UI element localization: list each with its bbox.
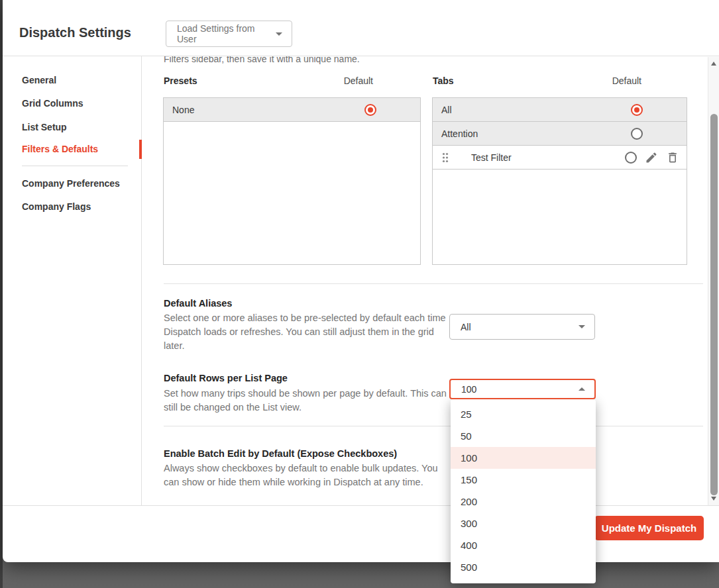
preset-default-radio-selected[interactable] xyxy=(364,104,376,116)
settings-sidebar: General Grid Columns List Setup Filters … xyxy=(3,56,142,505)
rows-per-page-dropdown-menu: 25 50 100 150 200 300 400 500 xyxy=(451,399,596,583)
sidebar-item-list-setup[interactable]: List Setup xyxy=(22,121,67,134)
page-title: Dispatch Settings xyxy=(19,25,131,40)
tab-default-radio-selected[interactable] xyxy=(631,104,643,116)
pencil-icon xyxy=(645,151,658,164)
trash-icon xyxy=(666,151,679,164)
dropdown-option-200[interactable]: 200 xyxy=(451,491,596,513)
default-rows-title: Default Rows per List Page xyxy=(164,373,288,383)
default-rows-description: Set how many trips should be shown per p… xyxy=(164,387,450,415)
dispatch-settings-screen: Dispatch Settings Load Settings from Use… xyxy=(0,0,719,588)
tab-name: Test Filter xyxy=(471,152,512,163)
batch-edit-title: Enable Batch Edit by Default (Expose Che… xyxy=(164,448,397,459)
default-aliases-description: Select one or more aliases to be pre-sel… xyxy=(164,311,447,353)
load-settings-label: Load Settings from User xyxy=(177,23,276,44)
presets-default-column-header: Default xyxy=(307,75,373,86)
tabs-default-column-header: Default xyxy=(575,75,641,86)
scroll-down-arrow-icon[interactable] xyxy=(711,497,716,501)
sidebar-item-company-preferences[interactable]: Company Preferences xyxy=(22,177,120,190)
scrollbar-thumb[interactable] xyxy=(710,114,718,495)
dropdown-option-500[interactable]: 500 xyxy=(451,556,596,578)
batch-edit-description: Always show checkboxes by default to ena… xyxy=(164,462,455,489)
default-aliases-select[interactable]: All xyxy=(449,314,595,340)
section-divider xyxy=(164,426,703,426)
update-my-dispatch-button[interactable]: Update My Dispatch xyxy=(594,516,704,540)
sidebar-divider xyxy=(22,166,128,166)
active-item-indicator xyxy=(139,140,142,159)
dropdown-option-150[interactable]: 150 xyxy=(451,469,596,491)
rows-per-page-select-open[interactable]: 100 xyxy=(449,379,596,399)
default-aliases-title: Default Aliases xyxy=(164,298,232,309)
content-scrollbar[interactable] xyxy=(708,57,719,505)
dropdown-option-400[interactable]: 400 xyxy=(451,534,596,556)
tabs-panel: All Attention Test Filter xyxy=(432,97,687,265)
dropdown-option-100-selected[interactable]: 100 xyxy=(451,447,596,469)
rows-selected-value: 100 xyxy=(461,384,579,395)
scroll-up-arrow-icon[interactable] xyxy=(711,62,716,66)
tab-row-all: All xyxy=(433,98,687,122)
tab-default-radio[interactable] xyxy=(631,128,643,140)
tabs-label: Tabs xyxy=(433,75,454,86)
edit-filter-button[interactable] xyxy=(645,151,658,164)
preset-name: None xyxy=(172,105,194,115)
tab-name: Attention xyxy=(441,128,478,139)
drag-handle-icon[interactable] xyxy=(442,152,449,163)
delete-filter-button[interactable] xyxy=(666,151,679,164)
dropdown-option-25[interactable]: 25 xyxy=(451,403,596,425)
preset-row-none: None xyxy=(164,98,420,122)
tab-default-radio[interactable] xyxy=(625,152,637,164)
sidebar-item-grid-columns[interactable]: Grid Columns xyxy=(22,97,83,110)
dropdown-option-50[interactable]: 50 xyxy=(451,425,596,447)
footer-divider xyxy=(3,505,719,506)
presets-panel: None xyxy=(163,97,421,265)
chevron-up-icon xyxy=(579,387,585,391)
aliases-selected-value: All xyxy=(461,322,579,332)
sidebar-item-filters-defaults[interactable]: Filters & Defaults xyxy=(22,142,98,156)
dropdown-option-300[interactable]: 300 xyxy=(451,513,596,534)
tab-name: All xyxy=(441,105,452,115)
sidebar-item-general[interactable]: General xyxy=(22,74,56,87)
section-divider xyxy=(164,283,703,284)
modal-header: Dispatch Settings Load Settings from Use… xyxy=(3,0,719,56)
tab-row-attention: Attention xyxy=(433,122,687,146)
tab-row-test-filter: Test Filter xyxy=(433,146,687,170)
presets-label: Presets xyxy=(164,75,197,86)
chevron-down-icon xyxy=(276,32,282,36)
load-settings-from-user-button[interactable]: Load Settings from User xyxy=(166,21,292,47)
sidebar-item-company-flags[interactable]: Company Flags xyxy=(22,200,91,213)
chevron-down-icon xyxy=(579,325,585,328)
